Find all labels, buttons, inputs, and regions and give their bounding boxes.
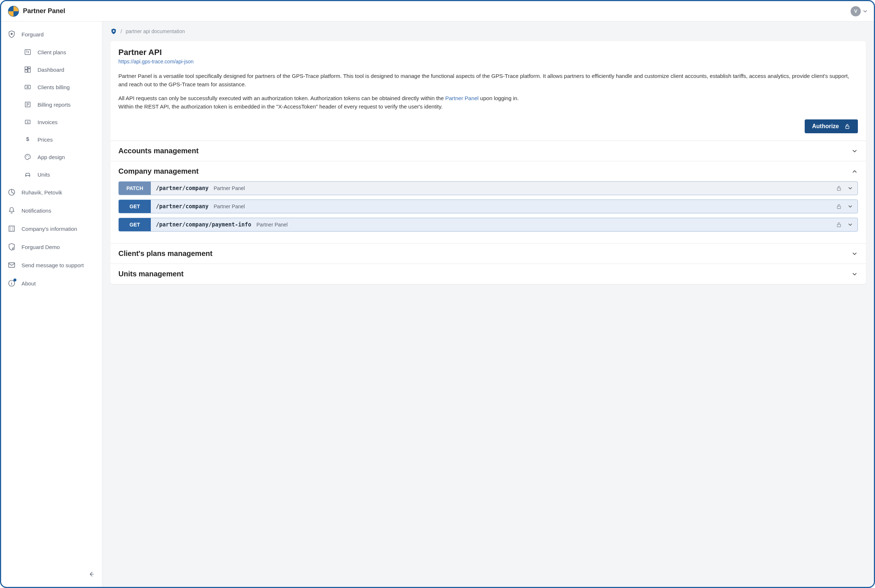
- sidebar-item-about[interactable]: About: [1, 274, 102, 292]
- svg-rect-26: [837, 188, 841, 190]
- sidebar-item-label: Clients billing: [38, 84, 69, 90]
- svg-point-1: [11, 33, 13, 35]
- lock-icon: [836, 221, 842, 228]
- client-plans-icon: [24, 48, 32, 56]
- svg-rect-4: [28, 67, 31, 69]
- sidebar-item-label: Billing reports: [38, 102, 71, 108]
- sidebar-item-company-info[interactable]: Company's information: [1, 219, 102, 238]
- sidebar-item-forguard-demo[interactable]: Forguard Demo: [1, 238, 102, 256]
- sidebar-item-label: Send message to support: [21, 262, 84, 268]
- sidebar: Forguard Client plans Dashboard Clients …: [1, 21, 102, 587]
- api-title: Partner API: [119, 48, 858, 57]
- info-icon: [8, 279, 16, 287]
- topbar: Partner Panel V: [1, 1, 874, 21]
- partner-panel-link[interactable]: Partner Panel: [445, 95, 479, 101]
- sidebar-item-label: About: [21, 280, 36, 286]
- sidebar-collapse[interactable]: [1, 567, 102, 583]
- pie-icon: [8, 188, 16, 196]
- sidebar-item-label: Prices: [38, 136, 53, 143]
- mail-icon: [8, 261, 16, 269]
- section-title: Client's plans management: [119, 249, 212, 258]
- chevron-down-icon: [847, 204, 853, 209]
- user-menu[interactable]: V: [851, 6, 867, 16]
- chevron-down-icon: [851, 148, 858, 154]
- svg-rect-19: [9, 226, 15, 231]
- api-path: /partner/company: [156, 185, 209, 192]
- section-toggle[interactable]: Client's plans management: [110, 244, 866, 264]
- svg-point-15: [29, 156, 29, 156]
- svg-point-13: [26, 156, 27, 156]
- breadcrumb: / partner api documentation: [110, 28, 866, 34]
- lock-icon: [836, 185, 842, 192]
- breadcrumb-current: partner api documentation: [126, 28, 185, 34]
- sidebar-item-clients-billing[interactable]: Clients billing: [1, 78, 102, 96]
- svg-point-17: [29, 175, 30, 176]
- sidebar-item-label: Forguard Demo: [21, 244, 60, 250]
- api-summary: Partner Panel: [256, 222, 288, 228]
- lock-icon: [836, 203, 842, 210]
- api-section: Accounts management: [110, 141, 866, 161]
- api-section: Client's plans management: [110, 243, 866, 264]
- http-method-badge: GET: [119, 200, 151, 213]
- svg-point-14: [27, 155, 28, 156]
- api-path: /partner/company: [156, 203, 209, 210]
- api-summary: Partner Panel: [214, 204, 245, 209]
- sidebar-item-app-design[interactable]: App design: [1, 148, 102, 166]
- svg-point-8: [27, 86, 29, 88]
- sidebar-item-label: Units: [38, 171, 50, 178]
- sidebar-item-dashboard[interactable]: Dashboard: [1, 61, 102, 78]
- brand[interactable]: Partner Panel: [8, 6, 65, 17]
- svg-point-24: [113, 30, 115, 32]
- chevron-down-icon: [851, 250, 858, 257]
- sidebar-tenant-label: Forguard: [21, 31, 44, 38]
- section-toggle[interactable]: Units management: [110, 264, 866, 284]
- sidebar-item-client-plans[interactable]: Client plans: [1, 44, 102, 61]
- sidebar-item-billing-reports[interactable]: Billing reports: [1, 96, 102, 113]
- sidebar-item-label: Company's information: [21, 226, 77, 232]
- avatar: V: [851, 6, 861, 16]
- invoices-icon: $: [24, 118, 32, 126]
- sidebar-item-invoices[interactable]: $ Invoices: [1, 113, 102, 131]
- api-operation[interactable]: GET/partner/companyPartner Panel: [119, 200, 858, 213]
- section-title: Company management: [119, 167, 198, 176]
- svg-text:$: $: [27, 120, 29, 124]
- api-section: Company managementPATCH/partner/companyP…: [110, 161, 866, 243]
- chevron-down-icon: [847, 222, 853, 228]
- sidebar-item-notifications[interactable]: Notifications: [1, 201, 102, 219]
- billing-icon: [24, 83, 32, 91]
- api-operation[interactable]: GET/partner/company/payment-infoPartner …: [119, 218, 858, 231]
- section-toggle[interactable]: Accounts management: [110, 141, 866, 161]
- sidebar-item-prices[interactable]: $ Prices: [1, 131, 102, 148]
- car-icon: [24, 171, 32, 178]
- sidebar-item-support[interactable]: Send message to support: [1, 256, 102, 274]
- api-summary: Partner Panel: [214, 185, 245, 191]
- building-icon: [8, 225, 16, 232]
- api-operation[interactable]: PATCH/partner/companyPartner Panel: [119, 182, 858, 195]
- chevron-down-icon: [851, 271, 858, 278]
- api-section: Units management: [110, 264, 866, 284]
- prices-icon: $: [24, 136, 32, 143]
- sidebar-item-label: Client plans: [38, 49, 66, 56]
- sidebar-item-label: Invoices: [38, 119, 57, 125]
- main-content: / partner api documentation Partner API …: [102, 21, 874, 587]
- api-spec-link[interactable]: https://api.gps-trace.com/api-json: [119, 58, 194, 64]
- sidebar-item-ruhavik[interactable]: Ruhavik, Petovik: [1, 183, 102, 201]
- sidebar-item-label: Dashboard: [38, 67, 64, 73]
- brand-title: Partner Panel: [23, 7, 65, 15]
- svg-point-21: [13, 249, 14, 249]
- sidebar-item-units[interactable]: Units: [1, 166, 102, 183]
- svg-rect-3: [25, 67, 28, 69]
- svg-rect-28: [837, 224, 841, 227]
- http-method-badge: PATCH: [119, 182, 151, 195]
- shield-eye-icon: [8, 243, 16, 251]
- sidebar-item-label: Ruhavik, Petovik: [21, 189, 62, 195]
- api-description: Partner Panel is a versatile tool specif…: [119, 72, 858, 111]
- svg-rect-5: [28, 69, 31, 72]
- authorize-button[interactable]: Authorize: [805, 119, 858, 133]
- http-method-badge: GET: [119, 218, 151, 231]
- section-toggle[interactable]: Company management: [110, 161, 866, 182]
- sidebar-tenant[interactable]: Forguard: [1, 25, 102, 44]
- svg-rect-27: [837, 206, 841, 208]
- breadcrumb-home-icon[interactable]: [110, 28, 117, 34]
- api-path: /partner/company/payment-info: [156, 221, 251, 228]
